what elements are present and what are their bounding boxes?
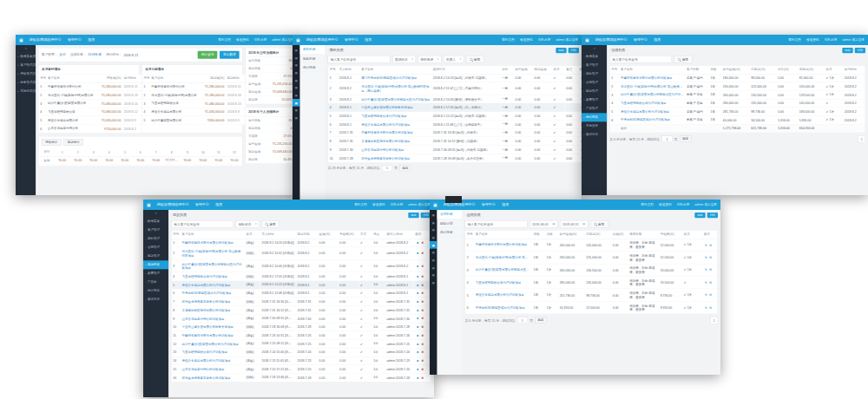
toolbar-pill-button[interactable]: 导出 (556, 48, 566, 53)
del-action-icon[interactable]: ✖ (421, 274, 424, 278)
sidebar-item[interactable]: 发票管理 (143, 269, 168, 278)
column-header[interactable]: 操作人/时间 (385, 230, 414, 239)
table-row[interactable]: 1中建材信息技术股份公司¥1,280,000.002018-8-21 (39, 82, 143, 91)
table-row[interactable]: 6中海达科技/西南区域总代理记账项目新客户·首签1单40,000.0034,50… (609, 115, 865, 124)
user-action-icon[interactable]: ☻ (416, 283, 419, 286)
statistics-tab[interactable]: 销售统计 (42, 139, 62, 146)
nav-menu-item[interactable]: 管理中心 (482, 202, 496, 207)
sidebar-item[interactable]: 客户管理 (143, 226, 168, 234)
date-from-picker[interactable]: 2018-08-01 (529, 220, 557, 228)
del-action-icon[interactable]: ✖ (709, 293, 712, 297)
table-row[interactable]: 2河北亚特·小额(商超分销)有限公司¥1,180,000.002018-8-19 (39, 91, 143, 100)
column-header[interactable]: 状态 (245, 230, 260, 239)
column-header[interactable]: 序号 (465, 230, 474, 239)
payment-icon[interactable]: ▣ (430, 241, 437, 249)
record-link[interactable]: 四川华鑫(集团)商贸有限公司西南大区代理记账项目 (619, 90, 685, 99)
record-link[interactable]: 四川华鑫(集团)商贸有限公司代理记账项目 (181, 340, 245, 349)
column-header[interactable]: 手续费(元) (339, 230, 359, 239)
pagination-confirm-button[interactable]: 确定 (680, 136, 692, 142)
column-header[interactable]: 跟进情况 (431, 65, 500, 74)
table-row[interactable]: 4康佳云仓储运有限公司¥1,030,000.002018-8-9 (142, 108, 247, 116)
product-icon[interactable]: ▣ (430, 256, 437, 264)
table-row[interactable]: 82018-7-31天津港保税区物流有限公司记账项目2018-7-31 14:1… (328, 137, 582, 146)
del-action-icon[interactable]: ✖ (421, 317, 424, 320)
column-header[interactable]: 回款日期 (296, 230, 318, 239)
column-header[interactable]: 意向 (500, 65, 513, 74)
column-header[interactable]: 签约时间 (843, 65, 865, 74)
customer-icon[interactable]: ▣ (430, 219, 437, 226)
table-row[interactable]: 10宁波舟山港集团有限公司财务外包项目(转账)2018-7-28 16:08 [… (171, 323, 431, 331)
submenu-item[interactable]: 商机列表 (300, 45, 326, 54)
record-link[interactable]: 厦门中海达科技/西南区域总代理记账项目 (359, 74, 431, 82)
record-link[interactable]: 天津港保税区物流有限公司记账项目 (181, 306, 245, 315)
sidebar-item[interactable]: 合同管理 (582, 78, 607, 87)
table-row[interactable]: 6山东鲁花电商分销公司¥750,000.002018-8-2 (39, 124, 143, 133)
sidebar-item[interactable]: 商机管理 (582, 69, 607, 78)
record-link[interactable]: 中海达科技/西南区域总代理记账项目 (619, 115, 685, 124)
table-row[interactable]: 4飞亚达经销商联合体代理记账项目1单1次280,000.00135,000.00… (465, 277, 718, 289)
column-header[interactable]: 单数 (709, 65, 721, 74)
record-link[interactable]: 飞亚达经销商联合体代理记账项目 (474, 277, 532, 289)
record-link[interactable]: 四川华鑫(集团)商贸有限公司西南大区代理记账项目 (181, 259, 245, 271)
column-header[interactable]: 月份 (39, 148, 55, 156)
column-header[interactable]: 未回款(元) (798, 65, 825, 74)
nav-user-item[interactable]: 切换皮肤 (825, 37, 838, 42)
submenu-item[interactable]: 合同列表 (437, 210, 463, 219)
column-header[interactable]: 客户名称 (474, 230, 532, 239)
submenu-item[interactable]: 统计报表 (300, 63, 326, 72)
user-action-icon[interactable]: ☻ (416, 376, 419, 379)
table-row[interactable]: 1中建材信息技术股份有限公司记账项目老客户·续约1单180,000.0098,0… (609, 74, 865, 82)
table-row[interactable]: 32018-8-2四川华鑫(集团)商贸有限公司西南大区代理记账项目2018-8-… (328, 95, 582, 103)
del-action-icon[interactable]: ✖ (421, 359, 424, 363)
column-header[interactable]: 签约金额(元) (558, 230, 585, 239)
nav-menu-item[interactable]: 管理中心 (68, 37, 82, 43)
del-action-icon[interactable]: ✖ (421, 308, 424, 311)
record-link[interactable]: 飞亚达经销商联合体代理记账项目 (359, 112, 431, 121)
nav-menu-item[interactable]: 进销存/商城应用中心 (29, 37, 61, 43)
table-row[interactable]: 3四川华鑫(集团)商贸有限公司西南大区代理记账项目1单1次260,000.001… (465, 264, 718, 276)
nav-user-item[interactable]: admin 退出登录 (272, 37, 294, 42)
table-row[interactable]: 13飞亚达经销商联合体代理记账项目(转账)2018-7-24 15:40 [已审… (171, 348, 431, 356)
nav-menu-item[interactable]: 管理中心 (195, 202, 209, 207)
table-row[interactable]: 1中建材信息技术股份有限公司记账项目1单1次200,000.00120,000.… (465, 239, 718, 251)
nav-menu-item[interactable]: 管理中心 (634, 37, 648, 43)
column-header[interactable]: 回款金额 (533, 65, 552, 74)
record-link[interactable]: 苏州金龙海格客车服务公司记账项目 (181, 298, 245, 306)
nav-user-item[interactable]: admin 退出登录 (842, 37, 865, 42)
app-logo-icon[interactable]: ▣ (433, 202, 437, 206)
edit-action-icon[interactable]: ✎ (705, 268, 707, 271)
nav-menu-item[interactable]: 进销存/商城应用中心 (306, 37, 338, 43)
invoice-icon[interactable]: ▣ (430, 249, 437, 257)
nav-menu-item[interactable]: 报表 (365, 37, 372, 43)
table-row[interactable]: 15山东鲁花电商分销公司记账项目(现金)2018-7-20 17:22 [已审核… (171, 365, 431, 374)
record-link[interactable]: 天津港保税区物流有限公司记账项目 (359, 137, 431, 146)
column-header[interactable]: 销售额(元) (95, 75, 122, 82)
nav-user-item[interactable]: 切换皮肤 (391, 202, 404, 206)
nav-menu-item[interactable]: 进销存/商城应用中心 (595, 37, 627, 43)
column-header[interactable]: 折扣(元) (776, 65, 798, 74)
record-link[interactable]: 山东鲁花电商分销公司记账项目 (181, 365, 245, 374)
del-action-icon[interactable]: ✖ (709, 305, 712, 309)
record-link[interactable]: 康佳云仓储运有限公司代理记账项目 (181, 356, 245, 365)
record-link[interactable]: 中海达科技/西南区域总代理记账项目 (474, 301, 532, 313)
del-action-icon[interactable]: ✖ (421, 376, 424, 379)
column-header[interactable]: 序号 (142, 75, 150, 82)
sidebar-item[interactable]: 统计报表 (143, 286, 168, 295)
record-link[interactable]: 中建材信息技术股份有限公司记账项目 (474, 239, 532, 251)
record-link[interactable]: 康佳云仓储运有限公司代理记账项目 (181, 281, 245, 290)
table-row[interactable]: 42018-8-1宁波舟山港集团有限公司财务外包项目2018-8-1 17:05… (328, 103, 582, 112)
app-logo-icon[interactable]: ▣ (19, 37, 23, 42)
user-action-icon[interactable]: ☻ (416, 359, 419, 363)
sidebar-item[interactable]: 数据看板 (582, 52, 607, 61)
user-action-icon[interactable]: ☻ (416, 317, 419, 320)
del-action-icon[interactable]: ✖ (421, 252, 424, 255)
user-action-icon[interactable]: ☻ (416, 325, 419, 329)
column-header[interactable]: 已回款(元) (750, 65, 777, 74)
table-row[interactable]: 9山东鲁花电商分销公司记账项目(现金)2018-7-30 09:55 [已审核]… (171, 314, 431, 323)
record-link[interactable]: 苏州金龙海格客车服务公司记账项目 (359, 154, 431, 162)
edit-action-icon[interactable]: ✎ (705, 305, 707, 309)
toolbar-pill-button[interactable]: 导出 (694, 213, 705, 218)
table-row[interactable]: 5康佳云仓储运有限公司代理记账项目(现金)2018-8-1 15:22 [已审核… (171, 281, 431, 290)
column-header[interactable]: 序号 (171, 230, 180, 239)
user-action-icon[interactable]: ☻ (416, 367, 419, 370)
